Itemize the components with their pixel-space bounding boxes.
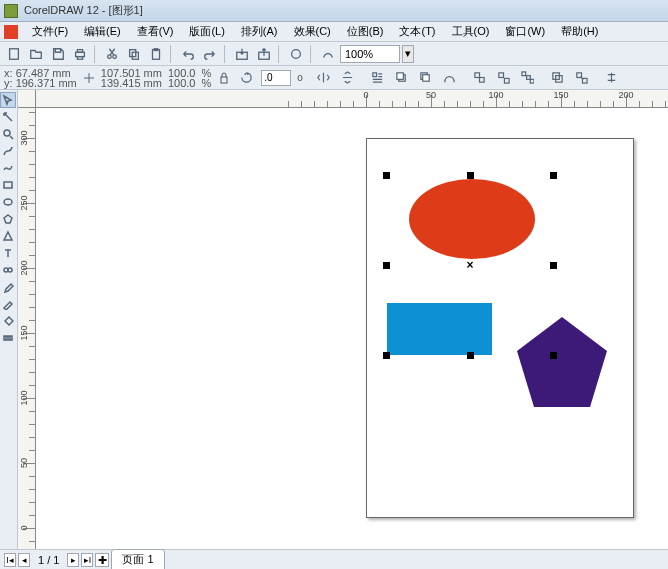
svg-rect-14 <box>373 73 377 77</box>
group-button[interactable] <box>471 69 489 87</box>
paste-button[interactable] <box>146 44 166 64</box>
selection-handle-nw[interactable] <box>383 172 390 179</box>
lock-ratio-icon[interactable] <box>217 71 231 85</box>
angle-input[interactable] <box>261 70 291 86</box>
ungroup-button[interactable] <box>495 69 513 87</box>
zoom-tool[interactable] <box>0 126 16 142</box>
size-readout: 107.501 mm 139.415 mm <box>101 68 162 88</box>
canvas-area[interactable]: 050100150200 300250200150100500 × <box>18 90 668 549</box>
menu-edit[interactable]: 编辑(E) <box>76 22 129 41</box>
basic-shapes-tool[interactable] <box>0 228 16 244</box>
page-tab[interactable]: 页面 1 <box>111 549 164 569</box>
ruler-origin[interactable] <box>18 90 36 108</box>
menu-arrange[interactable]: 排列(A) <box>233 22 286 41</box>
standard-toolbar: ▾ <box>0 42 668 66</box>
svg-point-12 <box>292 49 301 58</box>
interactive-blend-tool[interactable] <box>0 262 16 278</box>
text-tool[interactable] <box>0 245 16 261</box>
combine-button[interactable] <box>549 69 567 87</box>
fill-tool[interactable] <box>0 313 16 329</box>
selection-handle-w[interactable] <box>383 262 390 269</box>
app-launcher-button[interactable] <box>286 44 306 64</box>
copy-button[interactable] <box>124 44 144 64</box>
menu-effects[interactable]: 效果(C) <box>286 22 339 41</box>
w-value: 107.501 mm <box>101 68 162 78</box>
corel-online-button[interactable] <box>318 44 338 64</box>
selection-handle-s[interactable] <box>467 352 474 359</box>
selection-center[interactable]: × <box>466 258 473 272</box>
undo-button[interactable] <box>178 44 198 64</box>
mirror-v-button[interactable] <box>339 69 357 87</box>
save-button[interactable] <box>48 44 68 64</box>
rectangle-shape[interactable] <box>387 303 492 355</box>
polygon-tool[interactable] <box>0 211 16 227</box>
eyedropper-tool[interactable] <box>0 279 16 295</box>
selection-handle-ne[interactable] <box>550 172 557 179</box>
selection-handle-sw[interactable] <box>383 352 390 359</box>
outline-tool[interactable] <box>0 296 16 312</box>
zoom-dropdown-button[interactable]: ▾ <box>402 45 414 63</box>
zoom-input[interactable] <box>340 45 400 63</box>
convert-curves-button[interactable] <box>441 69 459 87</box>
menu-file[interactable]: 文件(F) <box>24 22 76 41</box>
rectangle-tool[interactable] <box>0 177 16 193</box>
next-page-button[interactable]: ▸ <box>67 553 79 567</box>
first-page-button[interactable]: I◂ <box>4 553 16 567</box>
wrap-button[interactable] <box>369 69 387 87</box>
new-button[interactable] <box>4 44 24 64</box>
to-front-button[interactable] <box>393 69 411 87</box>
scale-unit: % % <box>201 68 211 88</box>
to-back-button[interactable] <box>417 69 435 87</box>
prev-page-button[interactable]: ◂ <box>18 553 30 567</box>
menu-window[interactable]: 窗口(W) <box>497 22 553 41</box>
align-button[interactable] <box>603 69 621 87</box>
ellipse-shape[interactable] <box>409 179 535 259</box>
ruler-horizontal[interactable]: 050100150200 <box>36 90 668 108</box>
selection-handle-n[interactable] <box>467 172 474 179</box>
menubar: 文件(F) 编辑(E) 查看(V) 版面(L) 排列(A) 效果(C) 位图(B… <box>0 22 668 42</box>
print-button[interactable] <box>70 44 90 64</box>
cut-button[interactable] <box>102 44 122 64</box>
open-button[interactable] <box>26 44 46 64</box>
menu-tools[interactable]: 工具(O) <box>444 22 498 41</box>
menu-text[interactable]: 文本(T) <box>391 22 443 41</box>
svg-rect-22 <box>505 78 510 83</box>
scale-y: 100.0 <box>168 78 196 88</box>
scale-x: 100.0 <box>168 68 196 78</box>
canvas[interactable]: × <box>36 108 668 549</box>
separator <box>278 45 282 63</box>
menu-layout[interactable]: 版面(L) <box>181 22 232 41</box>
menu-bitmaps[interactable]: 位图(B) <box>339 22 392 41</box>
separator <box>224 45 228 63</box>
export-button[interactable] <box>254 44 274 64</box>
selection-handle-e[interactable] <box>550 262 557 269</box>
toolbox <box>0 90 18 549</box>
pentagon-shape[interactable] <box>517 317 607 407</box>
page <box>366 138 634 518</box>
pick-tool[interactable] <box>0 92 16 108</box>
workspace: 050100150200 300250200150100500 × <box>0 90 668 549</box>
position-readout: x: 67.487 mm y: 196.371 mm <box>4 68 77 88</box>
corel-logo-icon <box>4 25 18 39</box>
svg-rect-31 <box>4 182 12 188</box>
last-page-button[interactable]: ▸I <box>81 553 93 567</box>
svg-rect-13 <box>221 77 227 83</box>
selection-handle-se[interactable] <box>550 352 557 359</box>
mirror-h-button[interactable] <box>315 69 333 87</box>
y-value: 196.371 mm <box>16 77 77 89</box>
ellipse-tool[interactable] <box>0 194 16 210</box>
add-page-button[interactable]: ✚ <box>95 553 109 567</box>
menu-help[interactable]: 帮助(H) <box>553 22 606 41</box>
menu-view[interactable]: 查看(V) <box>129 22 182 41</box>
redo-button[interactable] <box>200 44 220 64</box>
shape-tool[interactable] <box>0 109 16 125</box>
statusbar: I◂ ◂ 1 / 1 ▸ ▸I ✚ 页面 1 <box>0 549 668 569</box>
ruler-vertical[interactable]: 300250200150100500 <box>18 108 36 549</box>
break-apart-button[interactable] <box>573 69 591 87</box>
freehand-tool[interactable] <box>0 143 16 159</box>
ungroup-all-button[interactable] <box>519 69 537 87</box>
scale-group: 100.0 100.0 <box>168 68 196 88</box>
interactive-fill-tool[interactable] <box>0 330 16 346</box>
import-button[interactable] <box>232 44 252 64</box>
smart-draw-tool[interactable] <box>0 160 16 176</box>
